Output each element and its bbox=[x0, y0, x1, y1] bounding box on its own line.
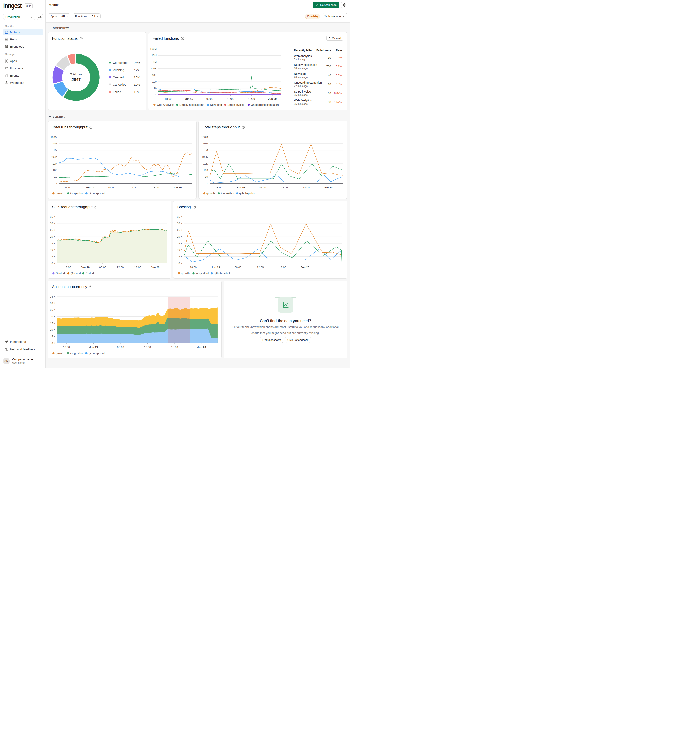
svg-text:5 K: 5 K bbox=[51, 335, 56, 338]
svg-text:100M: 100M bbox=[51, 136, 57, 138]
svg-text:24%: 24% bbox=[134, 61, 140, 65]
svg-text:100K: 100K bbox=[51, 155, 57, 158]
svg-text:100: 100 bbox=[53, 169, 57, 172]
svg-text:100: 100 bbox=[152, 80, 157, 83]
svg-text:1: 1 bbox=[206, 182, 208, 185]
svg-text:10: 10 bbox=[54, 175, 57, 178]
svg-text:Jun 19: Jun 19 bbox=[89, 346, 98, 349]
svg-text:growth: growth bbox=[206, 192, 215, 195]
svg-text:18:00: 18:00 bbox=[190, 266, 197, 269]
svg-text:10: 10 bbox=[154, 87, 157, 90]
svg-text:10K: 10K bbox=[203, 162, 208, 165]
svg-text:12:00: 12:00 bbox=[117, 266, 124, 269]
svg-text:10%: 10% bbox=[134, 83, 140, 86]
svg-text:Jun 20: Jun 20 bbox=[197, 346, 206, 349]
svg-text:12:00: 12:00 bbox=[144, 346, 151, 349]
svg-text:Jun 20: Jun 20 bbox=[268, 97, 276, 100]
svg-text:Jun 19: Jun 19 bbox=[81, 266, 90, 269]
svg-text:15 K: 15 K bbox=[177, 242, 182, 245]
svg-text:47%: 47% bbox=[134, 68, 140, 72]
svg-text:Jun 19: Jun 19 bbox=[185, 97, 193, 100]
svg-text:20 K: 20 K bbox=[177, 235, 182, 238]
svg-text:Jun 20: Jun 20 bbox=[324, 186, 332, 189]
svg-text:inngestbot: inngestbot bbox=[70, 352, 84, 355]
svg-text:growth: growth bbox=[56, 192, 64, 195]
svg-text:0 K: 0 K bbox=[51, 342, 56, 345]
svg-text:12:00: 12:00 bbox=[281, 186, 288, 189]
svg-text:18:00: 18:00 bbox=[215, 186, 222, 189]
svg-text:growth: growth bbox=[56, 352, 64, 355]
svg-text:Failed: Failed bbox=[113, 90, 121, 94]
svg-text:5 K: 5 K bbox=[51, 255, 56, 258]
svg-text:25 K: 25 K bbox=[50, 228, 56, 231]
svg-text:github-pr-bot: github-pr-bot bbox=[88, 352, 104, 355]
svg-text:18:00: 18:00 bbox=[171, 346, 178, 349]
svg-text:06:00: 06:00 bbox=[206, 97, 213, 100]
svg-text:10: 10 bbox=[205, 175, 208, 178]
svg-text:06:00: 06:00 bbox=[235, 266, 241, 269]
svg-text:1M: 1M bbox=[204, 149, 208, 152]
svg-text:10K: 10K bbox=[152, 74, 157, 77]
svg-text:30 K: 30 K bbox=[50, 302, 56, 305]
svg-text:18:00: 18:00 bbox=[165, 97, 172, 100]
svg-text:10K: 10K bbox=[53, 162, 57, 165]
svg-text:Web Analytics: Web Analytics bbox=[157, 103, 174, 106]
svg-text:10 K: 10 K bbox=[50, 328, 56, 331]
svg-text:growth: growth bbox=[181, 272, 190, 275]
svg-text:1M: 1M bbox=[153, 60, 157, 63]
svg-text:12:00: 12:00 bbox=[130, 186, 137, 189]
svg-text:100K: 100K bbox=[202, 155, 208, 158]
svg-text:Queued: Queued bbox=[71, 272, 81, 275]
svg-text:35 K: 35 K bbox=[177, 215, 182, 218]
svg-text:1: 1 bbox=[155, 93, 157, 96]
svg-text:35 K: 35 K bbox=[50, 215, 56, 218]
svg-text:18:00: 18:00 bbox=[279, 266, 286, 269]
svg-text:github-pr-bot: github-pr-bot bbox=[239, 192, 255, 195]
svg-text:10M: 10M bbox=[52, 142, 57, 145]
svg-text:Stripe invoice: Stripe invoice bbox=[228, 103, 244, 106]
svg-text:github-pr-bot: github-pr-bot bbox=[88, 192, 104, 195]
svg-text:10%: 10% bbox=[134, 90, 140, 94]
svg-text:18:00: 18:00 bbox=[152, 186, 159, 189]
svg-text:30 K: 30 K bbox=[177, 222, 182, 225]
svg-text:inngestbot: inngestbot bbox=[196, 272, 209, 275]
svg-text:Jun 19: Jun 19 bbox=[86, 186, 94, 189]
svg-text:100M: 100M bbox=[150, 47, 157, 50]
svg-text:35 K: 35 K bbox=[50, 295, 56, 298]
svg-text:Jun 20: Jun 20 bbox=[173, 186, 182, 189]
svg-text:06:00: 06:00 bbox=[108, 186, 115, 189]
svg-text:10M: 10M bbox=[203, 142, 208, 145]
svg-text:Completed: Completed bbox=[113, 61, 128, 65]
svg-text:18:00: 18:00 bbox=[134, 266, 141, 269]
svg-text:Cancelled: Cancelled bbox=[113, 83, 126, 86]
svg-text:12:00: 12:00 bbox=[257, 266, 264, 269]
svg-text:Jun 19: Jun 19 bbox=[236, 186, 245, 189]
svg-text:20 K: 20 K bbox=[50, 235, 56, 238]
svg-text:Total runs: Total runs bbox=[70, 73, 82, 76]
svg-text:18:00: 18:00 bbox=[303, 186, 310, 189]
svg-text:Onboarding campaign: Onboarding campaign bbox=[251, 103, 279, 106]
svg-text:1M: 1M bbox=[53, 149, 57, 152]
svg-text:New lead: New lead bbox=[210, 103, 222, 106]
svg-text:10 K: 10 K bbox=[50, 248, 56, 252]
svg-text:20 K: 20 K bbox=[50, 315, 56, 318]
svg-text:15 K: 15 K bbox=[50, 322, 56, 325]
svg-text:18:00: 18:00 bbox=[248, 97, 255, 100]
svg-text:0 K: 0 K bbox=[178, 262, 182, 265]
svg-text:Queued: Queued bbox=[113, 75, 124, 79]
svg-text:5 K: 5 K bbox=[178, 255, 182, 258]
svg-text:2047: 2047 bbox=[72, 77, 81, 82]
svg-text:10M: 10M bbox=[151, 54, 157, 57]
svg-text:inngestbot: inngestbot bbox=[221, 192, 234, 195]
svg-text:100: 100 bbox=[204, 169, 208, 172]
svg-text:github-pr-bot: github-pr-bot bbox=[214, 272, 230, 275]
svg-text:18:00: 18:00 bbox=[65, 266, 71, 269]
svg-text:18:00: 18:00 bbox=[65, 186, 72, 189]
svg-text:Deploy notifications: Deploy notifications bbox=[179, 103, 204, 106]
svg-text:18:00: 18:00 bbox=[63, 346, 70, 349]
svg-text:Started: Started bbox=[56, 272, 65, 275]
svg-text:Ended: Ended bbox=[86, 272, 94, 275]
svg-text:12:00: 12:00 bbox=[227, 97, 234, 100]
svg-text:100K: 100K bbox=[150, 67, 157, 70]
svg-text:inngestbot: inngestbot bbox=[70, 192, 84, 195]
